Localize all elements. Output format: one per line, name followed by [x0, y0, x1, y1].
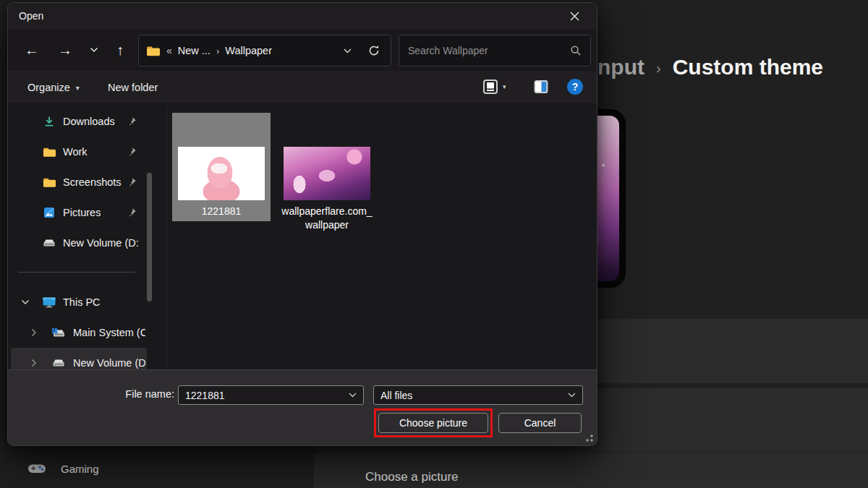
folder-icon	[42, 177, 56, 188]
file-name-label: File name:	[8, 388, 174, 400]
sidebar-item-label: Gaming	[61, 463, 99, 475]
search-input[interactable]: Search Wallpaper	[399, 35, 591, 67]
screen: nput › Custom theme Gaming Choose a pict…	[0, 0, 868, 488]
dialog-titlebar: Open	[8, 3, 597, 29]
chevron-right-icon[interactable]	[31, 359, 37, 367]
sidebar-item-gaming[interactable]: Gaming	[20, 455, 106, 481]
pictures-icon	[42, 207, 56, 218]
chevron-down-icon[interactable]	[568, 393, 576, 398]
address-dropdown-chevron-icon[interactable]	[344, 48, 352, 53]
os-drive-icon	[51, 328, 66, 338]
dialog-content: Downloads Work	[8, 104, 597, 371]
pin-icon	[127, 116, 137, 127]
pin-icon	[127, 147, 137, 157]
breadcrumb-current-folder[interactable]: Wallpaper	[225, 45, 272, 56]
chevron-right-icon[interactable]	[31, 328, 37, 337]
sidebar-item-label: Screenshots	[63, 176, 122, 188]
chevron-down-icon: ▾	[76, 82, 80, 92]
chevron-down-icon[interactable]	[21, 299, 30, 305]
resize-grip[interactable]	[584, 432, 594, 442]
breadcrumb-parent-folder[interactable]: New ...	[178, 45, 210, 56]
cancel-button[interactable]: Cancel	[498, 413, 582, 433]
file-type-value: All files	[380, 390, 412, 401]
sidebar-divider	[18, 272, 135, 273]
sidebar-scrollbar[interactable]	[147, 173, 152, 301]
command-toolbar: Organize ▾ New folder ▾ ?	[8, 71, 597, 104]
new-folder-button[interactable]: New folder	[108, 82, 158, 93]
breadcrumb-chevron[interactable]: ›	[216, 45, 219, 56]
file-item-1221881[interactable]: 1221881	[172, 113, 271, 221]
change-view-icon[interactable]	[482, 79, 498, 95]
file-name-label: 1221881	[172, 205, 271, 218]
breadcrumb: nput › Custom theme	[597, 55, 823, 80]
organize-menu-button[interactable]: Organize ▾	[27, 82, 80, 93]
forward-icon[interactable]: →	[53, 38, 77, 61]
file-type-select[interactable]: All files	[373, 385, 583, 405]
dialog-footer: File name: 1221881 All files Choose pict…	[8, 369, 597, 445]
file-thumbnail	[284, 147, 370, 200]
navigation-pane: Downloads Work	[8, 104, 167, 371]
sidebar-item-label: Downloads	[63, 116, 115, 127]
file-thumbnail	[178, 147, 265, 200]
refresh-icon[interactable]	[367, 44, 380, 57]
sidebar-item-label: New Volume (D	[73, 357, 145, 369]
sidebar-item-screenshots[interactable]: Screenshots	[11, 167, 147, 197]
page-title: Custom theme	[673, 55, 823, 80]
sidebar-item-label: This PC	[63, 296, 101, 308]
breadcrumb-parent-partial[interactable]: nput	[597, 55, 644, 80]
folder-icon	[42, 147, 56, 158]
navigation-bar: ← → ↑ « New ... › Wallpaper	[8, 29, 597, 71]
sidebar-item-label: Pictures	[63, 207, 101, 218]
file-name-value: 1221881	[185, 390, 225, 401]
view-options-caret-icon[interactable]: ▾	[503, 83, 506, 90]
sidebar-item-label: Work	[63, 146, 88, 158]
file-name-input[interactable]: 1221881	[178, 385, 364, 405]
sidebar-item-label: Main System (C	[73, 327, 145, 338]
folder-icon	[146, 46, 161, 56]
up-icon[interactable]: ↑	[108, 38, 132, 61]
organize-label: Organize	[27, 82, 70, 93]
recent-locations-chevron-icon[interactable]	[82, 38, 106, 61]
pin-icon	[127, 207, 137, 218]
download-icon	[42, 116, 56, 127]
chevron-down-icon[interactable]	[349, 393, 357, 398]
sidebar-item-downloads[interactable]: Downloads	[11, 106, 147, 137]
choose-a-picture-label: Choose a picture	[365, 470, 459, 484]
this-pc-icon	[42, 296, 56, 308]
breadcrumb-overflow-icon[interactable]: «	[166, 45, 172, 56]
annotation-highlight-box: Choose picture	[374, 408, 493, 437]
search-icon[interactable]	[570, 45, 582, 56]
preview-pane-icon[interactable]	[533, 79, 549, 95]
open-dialog: Open ← → ↑ « New ... › Wallpaper	[7, 2, 597, 446]
help-icon[interactable]: ?	[567, 79, 583, 95]
drive-icon	[51, 358, 66, 368]
pin-icon	[127, 177, 137, 187]
sidebar-item-pictures[interactable]: Pictures	[11, 197, 147, 228]
search-placeholder: Search Wallpaper	[408, 45, 488, 56]
close-icon[interactable]	[562, 6, 587, 26]
sidebar-item-work[interactable]: Work	[11, 137, 147, 167]
sidebar-item-this-pc[interactable]: This PC	[11, 287, 147, 317]
dialog-title: Open	[19, 10, 43, 22]
sidebar-item-main-system-c[interactable]: Main System (C	[11, 317, 147, 348]
file-name-label: wallpaperflare.com_wallpaper	[276, 205, 378, 232]
choose-picture-button[interactable]: Choose picture	[378, 413, 488, 433]
file-item-wallpaperflare[interactable]: wallpaperflare.com_wallpaper	[276, 113, 378, 221]
breadcrumb-separator: ›	[656, 58, 661, 77]
file-list: 1221881 wallpaperflare.com_wallpaper	[167, 104, 597, 371]
gamepad-icon	[27, 462, 46, 475]
address-bar[interactable]: « New ... › Wallpaper	[138, 35, 391, 67]
sidebar-item-new-volume-pinned[interactable]: New Volume (D:	[11, 228, 147, 258]
drive-icon	[42, 238, 56, 248]
back-icon[interactable]: ←	[20, 38, 44, 61]
sidebar-item-label: New Volume (D:	[63, 237, 139, 249]
